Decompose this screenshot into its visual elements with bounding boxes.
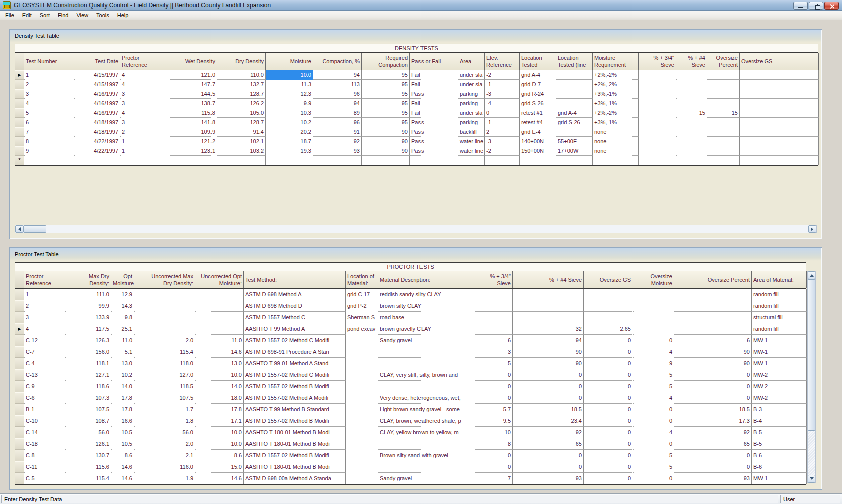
- grid-cell[interactable]: [584, 300, 633, 312]
- grid-cell[interactable]: -2: [485, 146, 520, 156]
- column-header[interactable]: % + #4 Sieve: [513, 271, 584, 288]
- grid-cell[interactable]: 14.6: [111, 461, 134, 473]
- grid-cell[interactable]: [134, 323, 195, 335]
- grid-cell[interactable]: 90: [362, 127, 410, 137]
- grid-cell[interactable]: 121.0: [170, 70, 217, 80]
- grid-cell[interactable]: grid E-4: [520, 127, 556, 137]
- grid-cell[interactable]: [556, 70, 593, 80]
- grid-cell[interactable]: 4: [120, 70, 170, 80]
- grid-cell[interactable]: 0: [584, 438, 633, 450]
- grid-cell[interactable]: structural fill: [752, 312, 807, 323]
- row-selector[interactable]: [15, 381, 24, 392]
- grid-cell[interactable]: 127.1: [65, 369, 111, 381]
- grid-cell[interactable]: 128.7: [217, 118, 266, 127]
- grid-cell[interactable]: 140+00N: [520, 137, 556, 146]
- grid-cell[interactable]: [346, 438, 378, 450]
- menu-item-tools[interactable]: Tools: [92, 11, 113, 19]
- grid-cell[interactable]: 123.1: [170, 146, 217, 156]
- grid-cell[interactable]: 138.7: [170, 99, 217, 108]
- grid-cell[interactable]: 3: [475, 346, 513, 358]
- grid-cell[interactable]: B-1: [24, 404, 65, 415]
- grid-cell[interactable]: ASTM D 1557-02 Method B Modifi: [244, 415, 346, 427]
- grid-cell[interactable]: 0: [633, 473, 674, 484]
- column-header[interactable]: % + 3/4"Sieve: [639, 53, 676, 70]
- grid-cell[interactable]: 0: [475, 369, 513, 381]
- grid-cell[interactable]: [639, 80, 676, 89]
- grid-cell[interactable]: parking: [458, 89, 485, 99]
- grid-cell[interactable]: 13.0: [111, 358, 134, 369]
- grid-cell[interactable]: +2%,-2%: [593, 108, 639, 118]
- grid-cell[interactable]: 3: [24, 89, 74, 99]
- grid-cell[interactable]: 5: [633, 369, 674, 381]
- grid-cell[interactable]: 2: [485, 127, 520, 137]
- grid-cell[interactable]: [346, 450, 378, 461]
- grid-cell[interactable]: B-6: [752, 450, 807, 461]
- grid-cell[interactable]: 118.1: [65, 358, 111, 369]
- grid-cell[interactable]: 6: [475, 335, 513, 346]
- row-selector[interactable]: ▶: [15, 323, 24, 335]
- grid-cell[interactable]: 18.5: [674, 404, 752, 415]
- grid-cell[interactable]: [362, 156, 410, 165]
- grid-cell[interactable]: 4: [120, 108, 170, 118]
- grid-cell[interactable]: [378, 461, 475, 473]
- row-selector[interactable]: [15, 438, 24, 450]
- grid-cell[interactable]: 0: [633, 415, 674, 427]
- column-header[interactable]: Dry Density: [217, 53, 266, 70]
- column-header[interactable]: Wet Density: [170, 53, 217, 70]
- grid-cell[interactable]: 0: [584, 358, 633, 369]
- grid-cell[interactable]: 14.6: [195, 473, 244, 484]
- grid-cell[interactable]: 16.6: [111, 415, 134, 427]
- select-all-corner[interactable]: [15, 53, 24, 70]
- grid-cell[interactable]: [639, 127, 676, 137]
- grid-cell[interactable]: grid A-4: [556, 108, 593, 118]
- grid-cell[interactable]: [513, 289, 584, 300]
- grid-cell[interactable]: 65: [513, 438, 584, 450]
- grid-cell[interactable]: Fail: [410, 108, 458, 118]
- row-selector[interactable]: [15, 450, 24, 461]
- grid-cell[interactable]: 10.5: [111, 427, 134, 438]
- grid-cell[interactable]: MW-2: [752, 381, 807, 392]
- grid-cell[interactable]: under sla: [458, 108, 485, 118]
- column-header[interactable]: Test Date: [74, 53, 120, 70]
- grid-cell[interactable]: [378, 438, 475, 450]
- row-selector[interactable]: ▶: [15, 70, 24, 80]
- grid-cell[interactable]: 9: [24, 146, 74, 156]
- grid-cell[interactable]: 2.65: [584, 323, 633, 335]
- grid-cell[interactable]: 0: [584, 335, 633, 346]
- grid-cell[interactable]: Fail: [410, 99, 458, 108]
- grid-cell[interactable]: MW-2: [752, 369, 807, 381]
- grid-cell[interactable]: ASTM D 698-00a Method A Standa: [244, 473, 346, 484]
- grid-cell[interactable]: [674, 300, 752, 312]
- grid-cell[interactable]: 0: [674, 392, 752, 404]
- grid-cell[interactable]: 0: [475, 461, 513, 473]
- grid-cell[interactable]: 32: [513, 323, 584, 335]
- grid-cell[interactable]: 10.0: [266, 70, 313, 80]
- grid-cell[interactable]: 17.8: [195, 404, 244, 415]
- grid-cell[interactable]: 0: [674, 381, 752, 392]
- column-header[interactable]: Oversize GS: [584, 271, 633, 288]
- grid-cell[interactable]: 128.7: [217, 89, 266, 99]
- grid-cell[interactable]: [410, 156, 458, 165]
- grid-cell[interactable]: none: [593, 146, 639, 156]
- row-selector[interactable]: [15, 346, 24, 358]
- grid-cell[interactable]: [120, 156, 170, 165]
- grid-cell[interactable]: [134, 300, 195, 312]
- grid-cell[interactable]: parking: [458, 99, 485, 108]
- grid-cell[interactable]: 90: [674, 358, 752, 369]
- grid-cell[interactable]: grid D-7: [520, 80, 556, 89]
- grid-cell[interactable]: retest #4: [520, 118, 556, 127]
- grid-cell[interactable]: 156.0: [65, 346, 111, 358]
- grid-cell[interactable]: 6: [674, 335, 752, 346]
- grid-cell[interactable]: 2.0: [134, 438, 195, 450]
- grid-cell[interactable]: grid C-17: [346, 289, 378, 300]
- grid-cell[interactable]: 4: [633, 346, 674, 358]
- grid-cell[interactable]: [458, 156, 485, 165]
- grid-cell[interactable]: ASTM D 698-91 Procedure A Stan: [244, 346, 346, 358]
- grid-cell[interactable]: [195, 289, 244, 300]
- grid-cell[interactable]: [740, 127, 819, 137]
- grid-cell[interactable]: 4: [633, 392, 674, 404]
- grid-cell[interactable]: [707, 118, 740, 127]
- grid-cell[interactable]: 10.2: [111, 369, 134, 381]
- grid-cell[interactable]: 90: [513, 358, 584, 369]
- grid-cell[interactable]: [707, 137, 740, 146]
